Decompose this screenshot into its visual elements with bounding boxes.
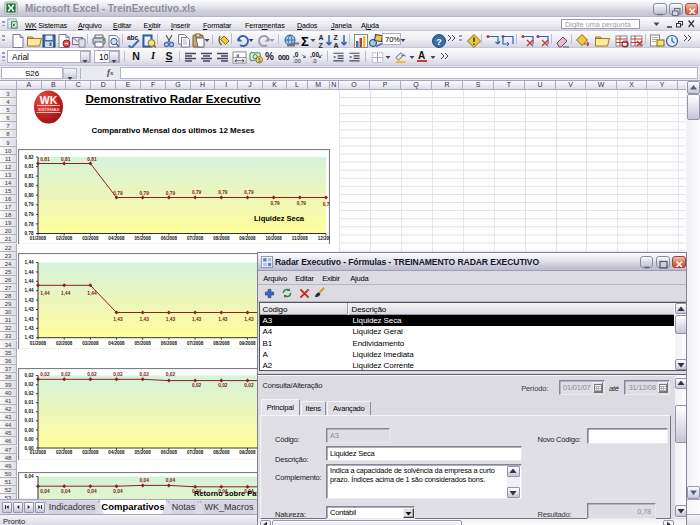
svg-text:1,43: 1,43	[140, 317, 150, 322]
svg-text:1,43: 1,43	[166, 317, 176, 322]
svg-text:0,02: 0,02	[25, 373, 34, 378]
svg-text:07/2008: 07/2008	[187, 450, 204, 455]
svg-text:01/2008: 01/2008	[30, 450, 47, 455]
svg-text:0,02: 0,02	[140, 372, 150, 377]
svg-text:?: ?	[436, 36, 442, 47]
svg-text:0,01: 0,01	[25, 400, 34, 405]
svg-text:1,43: 1,43	[25, 325, 34, 330]
svg-text:0,00: 0,00	[25, 428, 34, 433]
svg-text:1,44: 1,44	[40, 291, 50, 296]
svg-text:0,01: 0,01	[25, 409, 34, 414]
svg-text:1,44: 1,44	[87, 291, 97, 296]
svg-text:0,00: 0,00	[25, 437, 34, 442]
svg-text:0,04: 0,04	[87, 489, 97, 494]
svg-text:0,04: 0,04	[25, 474, 34, 479]
svg-text:1,43: 1,43	[113, 317, 123, 322]
svg-text:0,81: 0,81	[61, 157, 71, 162]
svg-text:01/2008: 01/2008	[30, 340, 47, 345]
svg-text:0,02: 0,02	[25, 391, 34, 396]
svg-text:0,78: 0,78	[25, 222, 34, 227]
svg-text:0,02: 0,02	[25, 382, 34, 387]
svg-text:0,78: 0,78	[323, 202, 330, 207]
svg-text:1,44: 1,44	[25, 278, 34, 283]
svg-text:0,04: 0,04	[40, 489, 50, 494]
svg-text:1,43: 1,43	[244, 317, 254, 322]
svg-text:Liquidez Seca: Liquidez Seca	[254, 214, 305, 223]
svg-text:04/2008: 04/2008	[108, 236, 125, 241]
svg-text:09/2008: 09/2008	[239, 340, 256, 345]
svg-text:SISTEMAS: SISTEMAS	[38, 107, 60, 112]
svg-text:0,02: 0,02	[40, 372, 50, 377]
svg-text:08/2008: 08/2008	[213, 236, 230, 241]
svg-text:0,02: 0,02	[113, 372, 123, 377]
svg-text:.00: .00	[293, 58, 301, 63]
svg-text:1,43: 1,43	[25, 297, 34, 302]
svg-text:0,81: 0,81	[25, 174, 34, 179]
svg-text:03/2008: 03/2008	[82, 236, 99, 241]
svg-text:1,44: 1,44	[25, 288, 34, 293]
svg-text:0,82: 0,82	[25, 155, 34, 160]
svg-text:0,79: 0,79	[218, 190, 228, 195]
svg-text:0,02: 0,02	[244, 383, 254, 388]
svg-text:1,43: 1,43	[25, 307, 34, 312]
svg-text:04/2008: 04/2008	[108, 450, 125, 455]
svg-text:A: A	[319, 34, 324, 41]
svg-text:0,81: 0,81	[25, 164, 34, 169]
svg-text:0,79: 0,79	[25, 212, 34, 217]
svg-text:0,79: 0,79	[244, 190, 254, 195]
svg-text:1,44: 1,44	[25, 260, 34, 265]
svg-text:03/2008: 03/2008	[82, 450, 99, 455]
svg-text:0,79: 0,79	[297, 201, 307, 206]
svg-text:02/2008: 02/2008	[56, 236, 73, 241]
svg-text:0,04: 0,04	[166, 478, 176, 483]
svg-text:0,04: 0,04	[113, 489, 123, 494]
svg-text:0,81: 0,81	[40, 157, 50, 162]
svg-text:06/2008: 06/2008	[161, 236, 178, 241]
svg-text:09/2008: 09/2008	[239, 450, 256, 455]
svg-text:08/2008: 08/2008	[213, 450, 230, 455]
svg-text:11/2008: 11/2008	[292, 236, 309, 241]
svg-text:07/2008: 07/2008	[187, 340, 204, 345]
svg-text:1,43: 1,43	[25, 316, 34, 321]
svg-text:0,01: 0,01	[25, 418, 34, 423]
svg-text:03/2008: 03/2008	[82, 340, 99, 345]
svg-text:Z: Z	[334, 34, 339, 41]
svg-text:0,79: 0,79	[270, 201, 280, 206]
svg-text:06/2008: 06/2008	[161, 340, 178, 345]
svg-text:0,02: 0,02	[87, 372, 97, 377]
svg-text:0,02: 0,02	[218, 383, 228, 388]
svg-text:0,80: 0,80	[25, 183, 34, 188]
svg-text:0,81: 0,81	[87, 157, 97, 162]
svg-text:05/2008: 05/2008	[135, 450, 152, 455]
svg-text:05/2008: 05/2008	[135, 236, 152, 241]
svg-text:0,80: 0,80	[25, 193, 34, 198]
svg-text:$: $	[258, 57, 261, 63]
svg-text:05/2008: 05/2008	[135, 340, 152, 345]
svg-text:0,79: 0,79	[166, 191, 176, 196]
svg-text:1,44: 1,44	[61, 291, 71, 296]
svg-text:1,43: 1,43	[192, 317, 202, 322]
svg-text:0,79: 0,79	[113, 191, 123, 196]
svg-text:0,02: 0,02	[166, 372, 176, 377]
svg-text:WK: WK	[40, 94, 58, 106]
svg-text:0,04: 0,04	[140, 478, 150, 483]
svg-text:0,02: 0,02	[192, 383, 202, 388]
svg-text:10/2008: 10/2008	[265, 236, 282, 241]
svg-text:01/2008: 01/2008	[30, 236, 47, 241]
svg-text:07/2008: 07/2008	[187, 236, 204, 241]
svg-text:02/2008: 02/2008	[56, 450, 73, 455]
svg-text:abc: abc	[127, 34, 139, 41]
svg-text:06/2008: 06/2008	[161, 450, 178, 455]
svg-text:12/2008: 12/2008	[318, 236, 330, 241]
svg-text:0,02: 0,02	[61, 372, 71, 377]
svg-text:1,44: 1,44	[25, 269, 34, 274]
svg-text:04/2008: 04/2008	[108, 340, 125, 345]
svg-text:09/2008: 09/2008	[239, 236, 256, 241]
svg-text:0,04: 0,04	[61, 489, 71, 494]
svg-text:.0: .0	[312, 58, 317, 63]
svg-text:0,79: 0,79	[140, 191, 150, 196]
svg-text:08/2008: 08/2008	[213, 340, 230, 345]
svg-text:a: a	[236, 51, 239, 57]
svg-text:0,79: 0,79	[192, 190, 202, 195]
svg-text:02/2008: 02/2008	[56, 340, 73, 345]
